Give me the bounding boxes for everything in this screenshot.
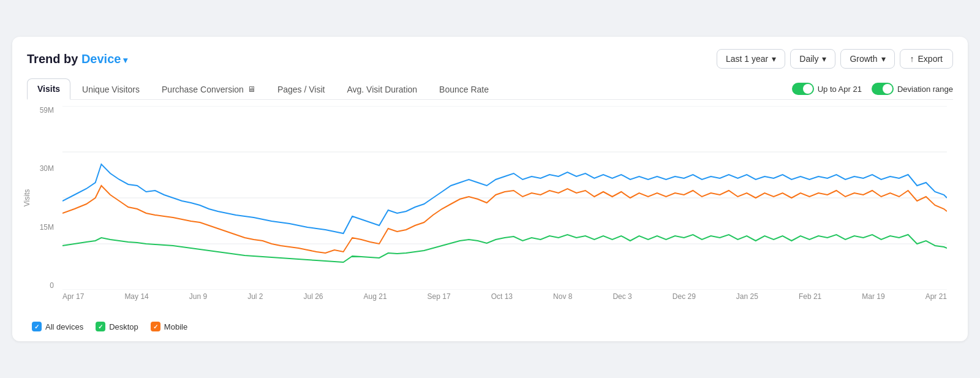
legend-desktop-label: Desktop	[109, 322, 138, 331]
x-label-jul2: Jul 2	[247, 292, 263, 301]
chart-area: Visits 59M 30M 15M 0	[27, 106, 953, 314]
x-axis: Apr 17 May 14 Jun 9 Jul 2 Jul 26 Aug 21 …	[62, 292, 947, 314]
checkmark-desktop: ✓	[98, 323, 103, 330]
tab-unique-visitors-label: Unique Visitors	[82, 85, 140, 94]
legend-checkbox-mobile: ✓	[151, 322, 160, 331]
x-label-dec3: Dec 3	[612, 292, 631, 301]
legend-mobile-label: Mobile	[164, 322, 187, 331]
line-mobile	[62, 186, 947, 253]
x-label-mar19: Mar 19	[862, 292, 884, 301]
tab-bounce-rate[interactable]: Bounce Rate	[429, 78, 499, 99]
title-device: Device	[81, 52, 121, 66]
legend-all-devices-label: All devices	[45, 322, 83, 331]
chart-plot	[62, 106, 947, 290]
chart-svg	[62, 106, 947, 290]
toggle-switch-apr21[interactable]	[792, 83, 814, 95]
line-all-devices	[62, 164, 947, 233]
x-label-nov8: Nov 8	[553, 292, 572, 301]
toggle-up-to-apr21[interactable]: Up to Apr 21	[792, 83, 862, 95]
checkmark-mobile: ✓	[153, 323, 158, 330]
legend-checkbox-desktop: ✓	[96, 322, 105, 331]
x-label-jul26: Jul 26	[304, 292, 323, 301]
y-label-rotated: Visits	[23, 189, 31, 206]
device-chevron-icon[interactable]: ▾	[123, 55, 127, 65]
toggle-apr21-label: Up to Apr 21	[818, 85, 862, 94]
x-label-sep17: Sep 17	[428, 292, 451, 301]
x-label-may14: May 14	[124, 292, 148, 301]
daily-label: Daily	[799, 54, 818, 64]
toggle-deviation-range[interactable]: Deviation range	[872, 83, 953, 95]
x-label-jan25: Jan 25	[736, 292, 758, 301]
x-label-dec29: Dec 29	[673, 292, 696, 301]
tab-pages-visit-label: Pages / Visit	[277, 85, 325, 94]
growth-label: Growth	[850, 54, 877, 64]
y-tick-0: 0	[50, 281, 54, 290]
tab-pages-visit[interactable]: Pages / Visit	[267, 78, 336, 99]
export-icon: ↑	[910, 54, 914, 64]
page-title: Trend by Device▾	[27, 52, 127, 66]
daily-chevron-icon: ▾	[822, 54, 826, 64]
last-year-label: Last 1 year	[726, 54, 768, 64]
checkmark-all-devices: ✓	[34, 323, 39, 330]
last-year-chevron-icon: ▾	[772, 54, 776, 64]
legend-toggles: Up to Apr 21 Deviation range	[792, 83, 953, 95]
tab-avg-visit-duration-label: Avg. Visit Duration	[347, 85, 417, 94]
monitor-icon: 🖥	[247, 85, 255, 94]
tab-visits-label: Visits	[37, 84, 60, 94]
tabs-container: Visits Unique Visitors Purchase Conversi…	[27, 78, 499, 99]
tabs-row: Visits Unique Visitors Purchase Conversi…	[27, 78, 953, 100]
legend-desktop[interactable]: ✓ Desktop	[96, 322, 138, 331]
x-label-oct13: Oct 13	[491, 292, 513, 301]
header-controls: Last 1 year ▾ Daily ▾ Growth ▾ ↑ Export	[717, 49, 953, 69]
tab-avg-visit-duration[interactable]: Avg. Visit Duration	[336, 78, 428, 99]
y-tick-15m: 15M	[40, 223, 54, 232]
y-tick-59m: 59M	[40, 106, 54, 115]
legend-all-devices[interactable]: ✓ All devices	[32, 322, 83, 331]
line-desktop	[62, 235, 947, 262]
export-label: Export	[918, 54, 943, 64]
tab-bounce-rate-label: Bounce Rate	[439, 85, 489, 94]
legend-checkbox-all-devices: ✓	[32, 322, 42, 331]
export-button[interactable]: ↑ Export	[900, 49, 953, 69]
x-label-feb21: Feb 21	[799, 292, 821, 301]
legend-mobile[interactable]: ✓ Mobile	[151, 322, 187, 331]
tab-visits[interactable]: Visits	[27, 78, 70, 100]
daily-dropdown[interactable]: Daily ▾	[790, 49, 835, 69]
title-prefix: Trend by	[27, 52, 81, 66]
growth-dropdown[interactable]: Growth ▾	[840, 49, 894, 69]
x-label-apr21: Apr 21	[925, 292, 947, 301]
growth-chevron-icon: ▾	[881, 54, 886, 64]
y-tick-30m: 30M	[40, 164, 54, 173]
x-label-aug21: Aug 21	[364, 292, 387, 301]
x-label-jun9: Jun 9	[189, 292, 207, 301]
y-axis: Visits 59M 30M 15M 0	[27, 106, 58, 290]
x-label-apr17: Apr 17	[62, 292, 84, 301]
toggle-switch-deviation[interactable]	[872, 83, 894, 95]
last-year-dropdown[interactable]: Last 1 year ▾	[717, 49, 785, 69]
main-card: Trend by Device▾ Last 1 year ▾ Daily ▾ G…	[12, 37, 968, 341]
tab-purchase-conversion[interactable]: Purchase Conversion 🖥	[151, 78, 266, 99]
header: Trend by Device▾ Last 1 year ▾ Daily ▾ G…	[27, 49, 953, 69]
tab-purchase-conversion-label: Purchase Conversion	[162, 85, 244, 94]
bottom-legend: ✓ All devices ✓ Desktop ✓ Mobile	[27, 322, 953, 331]
toggle-deviation-label: Deviation range	[897, 85, 953, 94]
tab-unique-visitors[interactable]: Unique Visitors	[72, 78, 150, 99]
